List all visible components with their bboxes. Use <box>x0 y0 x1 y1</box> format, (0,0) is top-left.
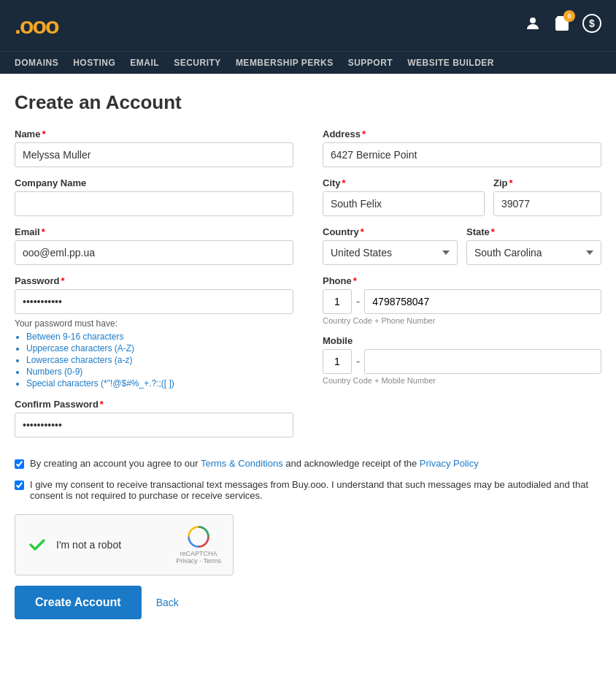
phone-group: Phone* - Country Code + Phone Number <box>323 275 601 325</box>
name-group: Name* <box>15 129 293 167</box>
page-title: Create an Account <box>15 91 601 114</box>
address-input[interactable] <box>323 142 601 167</box>
state-select[interactable]: South Carolina California Texas New York… <box>466 240 601 265</box>
recaptcha-label: I'm not a robot <box>56 539 121 551</box>
email-required: * <box>42 226 45 237</box>
recaptcha-brand: reCAPTCHA <box>180 550 217 557</box>
user-icon[interactable] <box>524 15 542 37</box>
hint-item: Lowercase characters (a-z) <box>26 355 293 365</box>
zip-label: Zip* <box>493 177 601 188</box>
name-required: * <box>42 129 45 139</box>
mobile-hint: Country Code + Mobile Number <box>323 376 601 385</box>
address-label: Address* <box>323 129 601 139</box>
mobile-row: - <box>323 349 601 374</box>
main-content: Create an Account Name* Company Name Ema… <box>0 74 616 648</box>
confirm-password-group: Confirm Password* <box>15 399 293 437</box>
city-label: City* <box>323 177 485 188</box>
svg-text:$: $ <box>589 18 595 29</box>
consent-checkbox-row: I give my consent to receive transaction… <box>15 479 601 501</box>
recaptcha-logo: reCAPTCHA Privacy - Terms <box>176 525 221 565</box>
logo: .ooo <box>15 12 58 39</box>
country-group: Country* United States Canada United Kin… <box>323 226 458 265</box>
hint-item: Between 9-16 characters <box>26 332 293 342</box>
create-account-button[interactable]: Create Account <box>15 586 142 619</box>
nav-domains[interactable]: DOMAINS <box>15 58 58 68</box>
header-icons: 0 $ <box>524 14 601 37</box>
recaptcha-left: I'm not a robot <box>27 535 121 555</box>
form-right-col: Address* City* Zip* <box>323 129 601 448</box>
hint-item: Special characters (*"!@$#%_+.?:;([ ]) <box>26 378 293 389</box>
company-label: Company Name <box>15 177 293 188</box>
nav-website-builder[interactable]: WEBSITE BUILDER <box>407 58 494 68</box>
nav-support[interactable]: SUPPORT <box>348 58 393 68</box>
hint-item: Uppercase characters (A-Z) <box>26 343 293 353</box>
confirm-password-label: Confirm Password* <box>15 399 293 410</box>
password-label: Password* <box>15 275 293 286</box>
email-group: Email* <box>15 226 293 265</box>
password-required: * <box>61 275 64 286</box>
password-group: Password* Your password must have: Betwe… <box>15 275 293 389</box>
name-input[interactable] <box>15 142 293 167</box>
terms-text: By creating an account you agree to our … <box>30 458 479 469</box>
password-hints: Your password must have: Between 9-16 ch… <box>15 318 293 389</box>
phone-dash: - <box>356 295 360 308</box>
nav-hosting[interactable]: HOSTING <box>73 58 115 68</box>
terms-link[interactable]: Terms & Conditions <box>201 458 283 469</box>
password-input[interactable] <box>15 289 293 314</box>
mobile-number-input[interactable] <box>364 349 601 374</box>
company-group: Company Name <box>15 177 293 216</box>
mobile-label: Mobile <box>323 335 601 346</box>
phone-hint: Country Code + Phone Number <box>323 316 601 325</box>
form-left-col: Name* Company Name Email* Password* <box>15 129 293 448</box>
cart-icon[interactable]: 0 <box>553 15 571 37</box>
recaptcha-links: Privacy - Terms <box>176 557 221 565</box>
mobile-dash: - <box>356 355 360 368</box>
nav-email[interactable]: EMAIL <box>130 58 159 68</box>
recaptcha-checkmark <box>27 535 47 555</box>
country-label: Country* <box>323 226 458 237</box>
phone-row: - <box>323 289 601 314</box>
email-input[interactable] <box>15 240 293 265</box>
header: .ooo 0 $ <box>0 0 616 51</box>
mobile-code-input[interactable] <box>323 349 352 374</box>
dollar-icon[interactable]: $ <box>582 14 601 37</box>
address-group: Address* <box>323 129 601 167</box>
zip-group: Zip* <box>493 177 601 216</box>
zip-input[interactable] <box>493 191 601 216</box>
address-required: * <box>362 129 366 139</box>
consent-checkbox[interactable] <box>15 481 24 490</box>
hint-item: Numbers (0-9) <box>26 367 293 377</box>
form-layout: Name* Company Name Email* Password* <box>15 129 601 448</box>
city-group: City* <box>323 177 485 216</box>
city-zip-row: City* Zip* <box>323 177 601 226</box>
phone-label: Phone* <box>323 275 601 286</box>
phone-code-input[interactable] <box>323 289 352 314</box>
recaptcha-box[interactable]: I'm not a robot reCAPTCHA Privacy - Term… <box>15 514 234 575</box>
btn-row: Create Account Back <box>15 586 601 619</box>
confirm-password-input[interactable] <box>15 413 293 437</box>
consent-text: I give my consent to receive transaction… <box>30 479 601 501</box>
name-label: Name* <box>15 129 293 139</box>
cart-badge: 0 <box>563 10 575 22</box>
country-state-row: Country* United States Canada United Kin… <box>323 226 601 275</box>
mobile-group: Mobile - Country Code + Mobile Number <box>323 335 601 385</box>
terms-checkbox[interactable] <box>15 459 24 469</box>
nav-security[interactable]: SECURITY <box>174 58 221 68</box>
email-label: Email* <box>15 226 293 237</box>
nav-bar: DOMAINS HOSTING EMAIL SECURITY MEMBERSHI… <box>0 51 616 74</box>
company-input[interactable] <box>15 191 293 216</box>
country-select[interactable]: United States Canada United Kingdom Aust… <box>323 240 458 265</box>
password-hint-title: Your password must have: <box>15 318 293 329</box>
privacy-link[interactable]: Privacy Policy <box>420 458 479 469</box>
terms-checkbox-row: By creating an account you agree to our … <box>15 458 601 469</box>
city-input[interactable] <box>323 191 485 216</box>
nav-membership[interactable]: MEMBERSHIP PERKS <box>236 58 334 68</box>
back-button[interactable]: Back <box>156 597 179 608</box>
state-group: State* South Carolina California Texas N… <box>466 226 601 265</box>
svg-point-0 <box>530 18 536 23</box>
state-label: State* <box>466 226 601 237</box>
confirm-required: * <box>100 399 104 410</box>
phone-number-input[interactable] <box>364 289 601 314</box>
